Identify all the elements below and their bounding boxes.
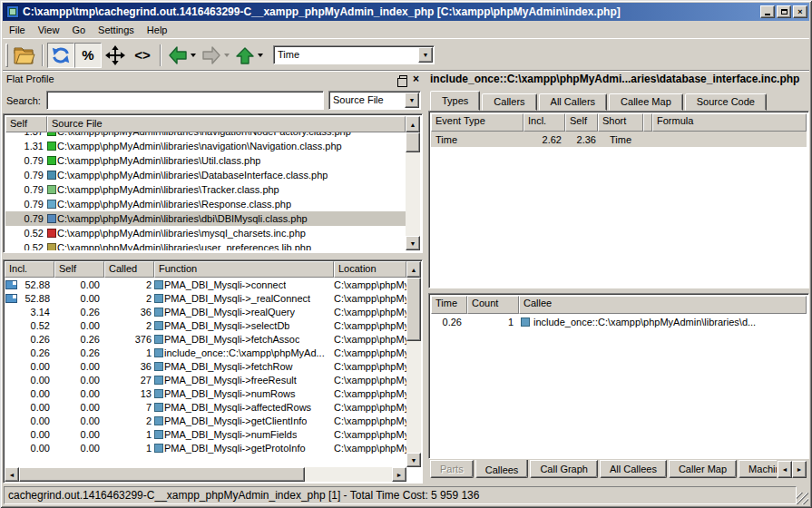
up-button[interactable] — [232, 43, 266, 68]
combobox-dropdown-button[interactable]: ▼ — [405, 93, 419, 108]
scrollbar-thumb[interactable] — [406, 132, 420, 152]
function-table-hscrollbar[interactable]: ◄ ► — [5, 467, 406, 482]
tab-callers[interactable]: Callers — [482, 93, 536, 111]
short-cell: Time — [598, 134, 643, 145]
tab-machine[interactable]: Machine — [739, 460, 777, 478]
tab-types[interactable]: Types — [430, 91, 480, 111]
function-row[interactable]: 0.260.26376PMA_DBI_Mysqli->fetchAssocC:\… — [5, 332, 406, 346]
scroll-left-button[interactable]: ◄ — [5, 467, 19, 482]
file-path: C:\xampp\phpMyAdmin\libraries\navigation… — [57, 141, 342, 151]
move-arrows-icon — [105, 45, 125, 65]
column-header-self[interactable]: Self — [5, 116, 47, 132]
file-list-row[interactable]: 0.79C:\xampp\phpMyAdmin\libraries\Respon… — [5, 197, 406, 211]
file-list-row[interactable]: 1.37C:\xampp\phpMyAdmin\libraries\naviga… — [5, 132, 406, 139]
combobox-dropdown-button[interactable]: ▼ — [418, 47, 433, 63]
column-header-callee[interactable]: Callee — [519, 296, 807, 314]
forward-button[interactable] — [199, 43, 232, 68]
column-header-short[interactable]: Short — [598, 113, 643, 132]
tab-parts[interactable]: Parts — [430, 460, 474, 478]
called-cell: 1 — [104, 429, 154, 440]
function-row[interactable]: 0.000.007PMA_DBI_Mysqli->affectedRowsC:\… — [5, 400, 406, 414]
function-icon — [154, 294, 163, 303]
function-row[interactable]: 0.260.261include_once::C:\xampp\phpMyAd.… — [5, 346, 406, 359]
column-header-event-type[interactable]: Event Type — [431, 113, 523, 132]
close-button[interactable]: × — [793, 5, 807, 18]
function-row[interactable]: 0.520.002PMA_DBI_Mysqli->selectDbC:\xamp… — [5, 318, 406, 332]
event-type-combobox[interactable]: Time ▼ — [273, 45, 435, 64]
scroll-down-button[interactable]: ▼ — [406, 453, 421, 467]
function-row[interactable]: 0.000.0027PMA_DBI_Mysqli->freeResultC:\x… — [5, 373, 406, 386]
column-header-source-file[interactable]: Source File — [47, 116, 406, 132]
up-dropdown-caret-icon[interactable] — [258, 54, 263, 60]
tab-source-code[interactable]: Source Code — [685, 93, 767, 111]
file-list-row[interactable]: 0.79C:\xampp\phpMyAdmin\libraries\Util.c… — [5, 153, 406, 168]
function-row[interactable]: 0.000.001PMA_DBI_Mysqli->getProtoInfoC:\… — [5, 441, 406, 454]
types-table-row[interactable]: Time 2.62 2.36 Time — [431, 132, 807, 147]
column-header-location[interactable]: Location — [334, 261, 406, 278]
search-input[interactable] — [46, 91, 324, 110]
function-row[interactable]: 0.000.0013PMA_DBI_Mysqli->numRowsC:\xamp… — [5, 386, 406, 400]
function-row[interactable]: 0.000.001PMA_DBI_Mysqli->numFieldsC:\xam… — [5, 427, 406, 441]
column-header-time[interactable]: Time — [431, 296, 467, 314]
file-list-row[interactable]: 1.31C:\xampp\phpMyAdmin\libraries\naviga… — [5, 139, 406, 153]
tab-all-callees[interactable]: All Callees — [600, 460, 667, 478]
column-header-self[interactable]: Self — [565, 113, 598, 132]
column-header-count[interactable]: Count — [467, 296, 519, 314]
dock-close-icon[interactable]: × — [413, 74, 419, 83]
tab-caller-map[interactable]: Caller Map — [669, 460, 737, 478]
relative-cost-button[interactable]: <> — [129, 43, 156, 68]
open-file-button[interactable] — [11, 43, 38, 68]
file-self-value: 0.79 — [5, 199, 47, 210]
back-dropdown-caret-icon[interactable] — [191, 54, 196, 60]
column-header-formula[interactable]: Formula — [652, 113, 807, 132]
tab-callee-map[interactable]: Callee Map — [609, 93, 683, 111]
menu-item-settings[interactable]: Settings — [92, 23, 141, 37]
menu-item-go[interactable]: Go — [65, 23, 92, 37]
column-header-function[interactable]: Function — [154, 261, 334, 278]
column-header-called[interactable]: Called — [104, 261, 154, 278]
function-row[interactable]: 0.000.0036PMA_DBI_Mysqli->fetchRowC:\xam… — [5, 359, 406, 373]
scrollbar-thumb[interactable] — [19, 467, 305, 482]
file-list-vscrollbar[interactable]: ▼ — [406, 132, 420, 250]
menu-item-help[interactable]: Help — [141, 23, 174, 37]
column-header-self[interactable]: Self — [54, 261, 104, 278]
tab-all-callers[interactable]: All Callers — [539, 93, 608, 111]
toolbar-handle[interactable] — [5, 44, 8, 67]
location-cell: C:\xampp\phpMy... — [334, 347, 406, 358]
function-name: PMA_DBI_Mysqli->getClientInfo — [164, 415, 307, 426]
column-header-incl[interactable]: Incl. — [5, 261, 54, 278]
menu-item-view[interactable]: View — [32, 23, 66, 37]
tab-scroll-left-button[interactable]: ◄ — [778, 461, 792, 478]
file-list-row[interactable]: 0.79C:\xampp\phpMyAdmin\libraries\Databa… — [5, 168, 406, 182]
column-header-incl[interactable]: Incl. — [523, 113, 565, 132]
function-row[interactable]: 52.880.002PMA_DBI_Mysqli->connectC:\xamp… — [5, 278, 406, 291]
function-row[interactable]: 3.140.2636PMA_DBI_Mysqli->realQueryC:\xa… — [5, 305, 406, 318]
file-list-row[interactable]: 0.79C:\xampp\phpMyAdmin\libraries\Tracke… — [5, 182, 406, 197]
file-list-row[interactable]: 0.52C:\xampp\phpMyAdmin\libraries\user_p… — [5, 240, 406, 250]
tab-scroll-right-button[interactable]: ► — [792, 461, 807, 478]
scrollbar-thumb[interactable] — [406, 278, 421, 341]
function-row[interactable]: 0.000.002PMA_DBI_Mysqli->getClientInfoC:… — [5, 414, 406, 427]
menu-item-file[interactable]: File — [3, 23, 32, 37]
dock-float-icon[interactable] — [399, 75, 407, 83]
back-button[interactable] — [165, 43, 199, 68]
tab-call-graph[interactable]: Call Graph — [530, 460, 598, 478]
file-list-row[interactable]: 0.79C:\xampp\phpMyAdmin\libraries\dbi\DB… — [5, 211, 406, 226]
cycle-event-type-button[interactable] — [47, 43, 74, 68]
tab-callees[interactable]: Callees — [475, 460, 529, 478]
scroll-right-button[interactable]: ► — [392, 467, 406, 482]
group-by-combobox[interactable]: Source File ▼ — [328, 91, 421, 110]
minimize-button[interactable] — [760, 5, 775, 18]
expand-cost-button[interactable] — [102, 43, 129, 68]
resize-grip-icon[interactable] — [797, 493, 808, 504]
maximize-button[interactable] — [777, 5, 791, 18]
scroll-up-button[interactable]: ▲ — [406, 116, 420, 132]
percent-toggle-button[interactable]: % — [74, 43, 102, 68]
function-row[interactable]: 52.880.002PMA_DBI_Mysqli->_realConnectC:… — [5, 291, 406, 305]
file-list-row[interactable]: 0.52C:\xampp\phpMyAdmin\libraries\mysql_… — [5, 226, 406, 240]
function-table-vscrollbar[interactable]: ▼ — [406, 278, 421, 467]
scroll-up-button[interactable]: ▲ — [406, 261, 421, 278]
horizontal-splitter[interactable] — [3, 253, 423, 259]
scroll-down-button[interactable]: ▼ — [406, 236, 420, 250]
callees-table-row[interactable]: 0.26 1 include_once::C:\xampp\phpMyAdmin… — [431, 314, 807, 329]
